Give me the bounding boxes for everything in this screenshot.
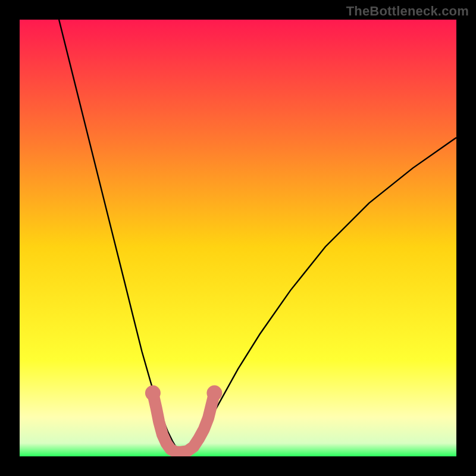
marker-endpoint — [206, 386, 222, 401]
plot-area — [20, 20, 456, 456]
marker-endpoint — [145, 386, 161, 401]
plot-svg — [20, 20, 456, 456]
gradient-background — [20, 20, 456, 456]
chart-frame: TheBottleneck.com — [0, 0, 476, 476]
watermark-text: TheBottleneck.com — [346, 4, 469, 19]
